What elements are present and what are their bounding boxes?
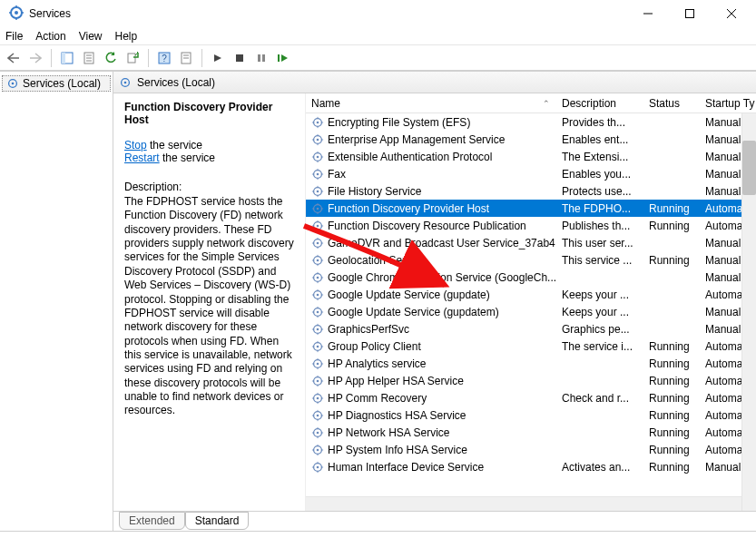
service-row[interactable]: Google Chrome Elevation Service (GoogleC… [306,269,756,286]
service-name: Fax [328,168,346,181]
tree-item-services-local[interactable]: Services (Local) [2,75,111,92]
service-status: Running [643,220,700,232]
svg-point-79 [317,259,319,261]
service-description: The FDPHO... [556,202,643,215]
service-row[interactable]: Encrypting File System (EFS)Provides th.… [306,113,756,131]
pause-service-button[interactable] [251,48,271,68]
stop-service-link[interactable]: Stop [124,139,147,152]
service-name: Geolocation Service [328,254,425,267]
restart-service-link[interactable]: Restart [124,152,160,164]
menu-help[interactable]: Help [115,30,138,43]
service-description: Provides th... [556,116,643,129]
vertical-scrollbar[interactable] [741,113,756,511]
service-gear-icon [311,340,324,353]
service-gear-icon [311,220,324,232]
start-service-button[interactable] [208,48,228,68]
main-content: Services (Local) Services (Local) Functi… [0,71,756,531]
service-gear-icon [311,168,324,181]
view-tabs: Extended Standard [113,511,756,531]
service-row[interactable]: File History ServiceProtects use...Manua… [306,182,756,200]
svg-point-103 [317,328,319,330]
export-list-button[interactable] [123,48,142,68]
menu-view[interactable]: View [79,30,103,43]
services-icon [119,76,132,89]
service-name: Group Policy Client [328,340,421,353]
svg-point-67 [317,224,319,227]
service-name: Google Chrome Elevation Service (GoogleC… [328,271,556,284]
column-status[interactable]: Status [643,97,700,110]
service-name: GameDVR and Broadcast User Service_37ab4… [328,237,556,249]
properties-button[interactable] [79,48,99,68]
service-row[interactable]: FaxEnables you...Manual [306,165,756,182]
service-detail-panel: Function Discovery Provider Host Stop th… [113,93,306,511]
service-row[interactable]: Function Discovery Provider HostThe FDPH… [306,200,756,217]
separator [51,49,52,67]
column-name[interactable]: Name⌃ [306,97,556,110]
menubar: File Action View Help [0,27,756,45]
restart-service-button[interactable] [273,48,293,68]
minimize-button[interactable] [627,0,669,27]
service-status: Running [643,357,700,370]
column-startup-type[interactable]: Startup Ty [700,97,756,110]
scroll-thumb[interactable] [742,141,756,195]
service-name: HP Analytics service [328,357,427,370]
service-row[interactable]: Extensible Authentication ProtocolThe Ex… [306,148,756,165]
svg-point-85 [317,276,319,279]
service-name: Human Interface Device Service [328,461,484,474]
svg-point-27 [12,83,15,85]
toolbar: ? [0,45,756,71]
service-row[interactable]: Geolocation ServiceThis service ...Runni… [306,251,756,269]
service-name: File History Service [328,185,421,198]
service-row[interactable]: HP System Info HSA ServiceRunningAutomat [306,441,756,458]
service-row[interactable]: Enterprise App Management ServiceEnables… [306,131,756,148]
service-row[interactable]: Google Update Service (gupdatem)Keeps yo… [306,303,756,320]
close-button[interactable] [711,0,752,27]
service-row[interactable]: HP Network HSA ServiceRunningAutomat [306,424,756,441]
horizontal-scrollbar[interactable] [306,496,756,511]
service-row[interactable]: Google Update Service (gupdate)Keeps you… [306,286,756,303]
svg-rect-11 [62,53,65,64]
maximize-button[interactable] [669,0,711,27]
svg-rect-25 [278,54,280,62]
service-row[interactable]: Group Policy ClientThe service i...Runni… [306,337,756,355]
tree-pane: Services (Local) [0,72,113,531]
service-description: The Extensi... [556,151,643,163]
menu-file[interactable]: File [5,30,23,43]
service-description: Activates an... [556,461,643,474]
help-topics-button[interactable] [176,48,196,68]
menu-action[interactable]: Action [35,30,65,43]
restart-service-line: Restart the service [124,152,296,164]
show-hide-tree-button[interactable] [57,48,77,68]
sort-indicator-icon: ⌃ [543,99,550,108]
forward-button[interactable] [25,48,45,68]
tab-standard[interactable]: Standard [185,512,250,530]
service-row[interactable]: HP Analytics serviceRunningAutomat [306,355,756,372]
tab-extended[interactable]: Extended [119,512,185,530]
back-button[interactable] [4,48,24,68]
service-row[interactable]: GameDVR and Broadcast User Service_37ab4… [306,234,756,251]
titlebar: Services [0,0,756,27]
svg-point-55 [317,190,319,192]
service-name: HP Network HSA Service [328,426,450,439]
service-row[interactable]: Human Interface Device ServiceActivates … [306,458,756,475]
service-row[interactable]: HP Diagnostics HSA ServiceRunningAutomat [306,406,756,424]
service-description: Enables ent... [556,133,643,146]
service-gear-icon [311,237,324,249]
selected-service-name: Function Discovery Provider Host [124,101,296,126]
stop-service-button[interactable] [230,48,250,68]
service-row[interactable]: GraphicsPerfSvcGraphics pe...Manual ( [306,320,756,337]
separator [148,49,149,67]
service-row[interactable]: Function Discovery Resource PublicationP… [306,217,756,234]
service-row[interactable]: HP Comm RecoveryCheck and r...RunningAut… [306,389,756,406]
svg-point-151 [317,465,319,468]
svg-point-43 [317,155,319,158]
column-description[interactable]: Description [556,97,643,110]
service-row[interactable]: HP App Helper HSA ServiceRunningAutomat [306,372,756,389]
service-status: Running [643,375,700,387]
svg-rect-7 [686,10,694,18]
help-button[interactable]: ? [154,48,174,68]
svg-rect-24 [262,54,265,62]
svg-point-139 [317,431,319,434]
svg-point-145 [317,448,319,451]
refresh-button[interactable] [101,48,121,68]
